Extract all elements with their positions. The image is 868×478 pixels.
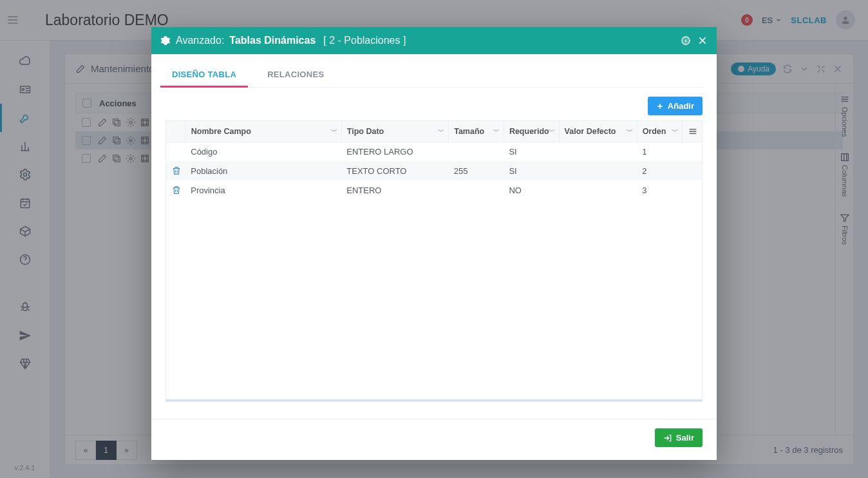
col-nombre[interactable]: Nombre Campo﹀ (185, 121, 341, 142)
chevron-down-icon: ﹀ (438, 127, 444, 136)
cell-nombre: Código (185, 142, 341, 162)
table-row[interactable]: ProvinciaENTERONO3 (166, 180, 702, 200)
cell-defecto (559, 142, 637, 162)
chevron-down-icon: ﹀ (627, 127, 633, 136)
cell-defecto (559, 161, 637, 180)
chevron-down-icon: ﹀ (672, 127, 678, 136)
add-button-label: Añadir (668, 101, 694, 111)
modal-title-prefix: Avanzado: (176, 35, 224, 46)
delete-row-button[interactable] (171, 166, 180, 176)
horizontal-scrollbar[interactable] (166, 399, 702, 401)
exit-button[interactable]: Salir (655, 428, 703, 447)
modal-title-main: Tablas Dinámicas (229, 35, 316, 46)
col-delete (166, 121, 185, 142)
cell-requerido: SI (504, 161, 559, 180)
tab-relations[interactable]: RELACIONES (265, 66, 326, 87)
cell-requerido: SI (504, 142, 559, 162)
cell-tamano (449, 180, 504, 200)
hamburger-icon (688, 126, 698, 137)
info-icon[interactable] (681, 35, 691, 46)
cell-tamano (449, 142, 504, 162)
cell-tipo: TEXTO CORTO (341, 161, 448, 180)
modal-tabs: DISEÑO TABLA RELACIONES (165, 66, 703, 88)
dynamic-tables-modal: Avanzado: Tablas Dinámicas [ 2 - Poblaci… (151, 27, 717, 460)
modal-footer: Salir (151, 419, 717, 460)
cell-nombre: Población (185, 161, 341, 180)
cell-orden: 2 (637, 161, 683, 180)
col-tamano[interactable]: Tamaño﹀ (449, 121, 504, 142)
col-requerido[interactable]: Requerido﹀ (504, 121, 559, 142)
modal-header: Avanzado: Tablas Dinámicas [ 2 - Poblaci… (151, 27, 717, 54)
modal-title-bracket: [ 2 - Poblaciones ] (323, 35, 406, 46)
exit-icon (663, 434, 672, 443)
cell-defecto (559, 180, 637, 200)
modal-body: DISEÑO TABLA RELACIONES Añadir (151, 54, 717, 419)
trash-icon (171, 166, 182, 176)
gear-icon (160, 35, 171, 46)
cell-orden: 1 (637, 142, 683, 162)
cell-orden: 3 (637, 180, 683, 200)
close-icon[interactable] (697, 35, 708, 46)
col-orden[interactable]: Orden﹀ (637, 121, 683, 142)
delete-row-button[interactable] (171, 185, 180, 195)
table-row[interactable]: PoblaciónTEXTO CORTO255SI2 (166, 161, 702, 180)
modal-overlay[interactable]: Avanzado: Tablas Dinámicas [ 2 - Poblaci… (0, 0, 868, 478)
col-tipo[interactable]: Tipo Dato﹀ (341, 121, 448, 142)
exit-button-label: Salir (676, 433, 694, 443)
chevron-down-icon: ﹀ (549, 127, 555, 136)
table-row[interactable]: CódigoENTERO LARGOSI1 (166, 142, 702, 162)
fields-grid: Nombre Campo﹀ Tipo Dato﹀ Tamaño﹀ Requeri… (165, 120, 703, 402)
chevron-down-icon: ﹀ (493, 127, 500, 136)
col-defecto[interactable]: Valor Defecto﹀ (559, 121, 637, 142)
trash-icon (171, 185, 182, 195)
cell-tipo: ENTERO (341, 180, 448, 200)
cell-requerido: NO (504, 180, 559, 200)
plus-icon (656, 102, 664, 110)
cell-nombre: Provincia (185, 180, 341, 200)
tab-design[interactable]: DISEÑO TABLA (169, 66, 239, 87)
add-button[interactable]: Añadir (648, 97, 703, 115)
cell-tamano: 255 (449, 161, 504, 180)
col-menu[interactable] (683, 121, 702, 142)
chevron-down-icon: ﹀ (331, 127, 337, 136)
cell-tipo: ENTERO LARGO (341, 142, 448, 162)
